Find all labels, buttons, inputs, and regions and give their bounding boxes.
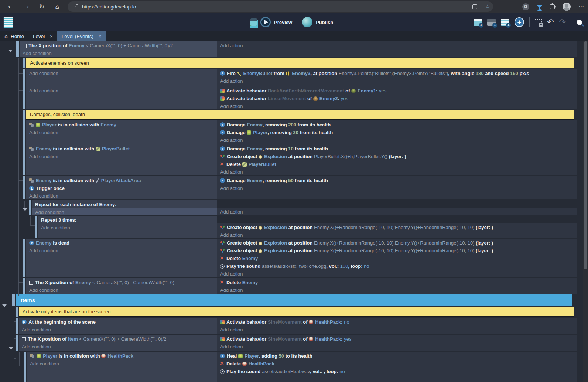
add-action-link[interactable]: Add action	[220, 137, 243, 143]
add-action-link[interactable]: Add action	[220, 185, 243, 191]
condition-line[interactable]: Enemy is in collision with PlayerBullet	[26, 145, 217, 153]
tab-close-icon[interactable]: ×	[48, 34, 53, 39]
split-screen-icon[interactable]	[472, 4, 477, 9]
action-line[interactable]: Damage Enemy, removing 10 from its healt…	[217, 145, 577, 153]
refresh-button[interactable]: ↻	[36, 1, 47, 12]
condition-line[interactable]: Add condition	[20, 50, 217, 57]
add-new-event-button[interactable]: +	[514, 17, 524, 27]
actions-cell[interactable]: Damage Enemy, removing 50 from its healt…	[217, 176, 577, 199]
g-extension-icon[interactable]: G	[522, 3, 529, 10]
event-drag-bar[interactable]	[23, 58, 25, 68]
conditions-cell[interactable]: Enemy is in collision with PlayerBulletA…	[26, 144, 217, 175]
action-line[interactable]: Add action	[217, 77, 577, 85]
add-action-link[interactable]: Add action	[220, 78, 243, 84]
publish-button[interactable]: Publish	[316, 20, 333, 25]
actions-cell[interactable]: Damage Enemy, removing 200 from its heal…	[217, 120, 577, 144]
conditions-cell[interactable]: Repeat for each instance of Enemy:Add co…	[32, 200, 217, 215]
add-favorite-icon[interactable]: ☆	[485, 3, 490, 10]
actions-cell[interactable]: Damage Enemy, removing 10 from its healt…	[217, 144, 577, 175]
add-condition-link[interactable]: Add condition	[22, 344, 51, 349]
add-condition-link[interactable]: Add condition	[41, 225, 70, 231]
condition-line[interactable]: Player is in collision with HealthPack	[27, 352, 217, 360]
conditions-cell[interactable]: Player is in collision with EnemyAdd con…	[26, 120, 217, 144]
add-comment-button[interactable]	[501, 19, 509, 26]
add-action-link[interactable]: Add action	[220, 209, 243, 215]
event-drag-bar[interactable]	[23, 86, 25, 109]
condition-line[interactable]: Add condition	[26, 129, 217, 136]
event-drag-bar[interactable]	[16, 41, 19, 57]
actions-cell[interactable]: Add action	[217, 208, 577, 215]
action-line[interactable]: Damage Player, removing 20 from its heal…	[217, 129, 577, 136]
add-action-link[interactable]: Add action	[220, 232, 243, 238]
event-drag-bar[interactable]	[16, 307, 18, 317]
condition-line[interactable]: At the beginning of the scene	[19, 318, 217, 326]
event-drag-bar[interactable]	[16, 335, 18, 351]
actions-cell[interactable]: Add action	[217, 41, 577, 57]
event-drag-bar[interactable]	[23, 278, 25, 294]
action-line[interactable]: Activate behavior BackAndForthMirroredMo…	[217, 87, 577, 95]
add-action-link[interactable]: Add action	[220, 271, 243, 277]
address-bar[interactable]: https://editor.gdevelop.io ☆	[68, 1, 493, 12]
avatar[interactable]	[563, 3, 571, 11]
event-drag-bar[interactable]	[23, 239, 25, 277]
action-line[interactable]: Create object Explosion at position Play…	[217, 153, 577, 160]
tab-level-events[interactable]: Level (Events) ×	[57, 31, 106, 41]
action-line[interactable]: Play the sound assets/audio/Heal.wav, vo…	[217, 368, 577, 375]
action-line[interactable]: Delete HealthPack	[217, 360, 577, 368]
action-line[interactable]: Add action	[217, 136, 577, 144]
tab-home[interactable]: ⌂ Home	[0, 31, 28, 41]
action-line[interactable]: Add action	[217, 231, 577, 238]
action-line[interactable]: Delete PlayerBullet	[217, 160, 577, 168]
condition-line[interactable]: Player is in collision with Enemy	[26, 121, 217, 129]
action-line[interactable]: Add action	[217, 343, 577, 351]
comment-row[interactable]: Damages, collision, death	[26, 110, 574, 120]
group-row[interactable]: Items	[16, 294, 572, 306]
action-line[interactable]: Create object Explosion at position Enem…	[217, 224, 577, 231]
condition-line[interactable]: The X position of Enemy < CameraX("", 0)…	[26, 279, 217, 286]
redo-button[interactable]: ↷	[559, 18, 566, 26]
add-action-link[interactable]: Add action	[220, 344, 243, 349]
action-line[interactable]: Add action	[217, 270, 577, 277]
tab-close-icon[interactable]: ×	[96, 34, 102, 39]
conditions-cell[interactable]: At the beginning of the sceneAdd conditi…	[19, 318, 217, 334]
event-drag-bar[interactable]	[24, 352, 26, 382]
publish-icon[interactable]	[302, 17, 312, 27]
actions-cell[interactable]: Activate behavior SineMovement of Health…	[217, 335, 577, 351]
add-subevent-button[interactable]	[487, 19, 496, 26]
action-line[interactable]: Heal Player, adding 50 to its health	[217, 352, 577, 360]
add-action-link[interactable]: Add action	[220, 287, 243, 293]
disclosure-triangle[interactable]	[23, 208, 27, 211]
actions-cell[interactable]: Activate behavior SineMovement of Health…	[217, 318, 577, 334]
condition-line[interactable]: Add condition	[27, 360, 217, 368]
event-drag-bar[interactable]	[29, 200, 31, 215]
condition-line[interactable]: Trigger once	[26, 184, 217, 192]
disclosure-triangle[interactable]	[9, 347, 13, 350]
project-manager-button[interactable]	[3, 17, 13, 28]
extensions-icon[interactable]	[550, 4, 555, 9]
home-button[interactable]: ⌂	[52, 1, 63, 12]
event-drag-bar[interactable]	[23, 144, 25, 175]
add-action-link[interactable]: Add action	[220, 103, 243, 109]
action-line[interactable]: Create object Explosion at position Enem…	[217, 239, 577, 247]
condition-line[interactable]: Add condition	[26, 247, 217, 255]
select-instructions-icon[interactable]	[535, 19, 542, 25]
actions-cell[interactable]: Delete EnemyAdd action	[217, 278, 577, 294]
action-line[interactable]: Activate behavior SineMovement of Health…	[217, 335, 577, 343]
add-condition-link[interactable]: Add condition	[29, 287, 58, 293]
debug-icon[interactable]	[250, 18, 257, 26]
action-line[interactable]: Add action	[217, 286, 577, 294]
action-line[interactable]: Fire EnemyBullet from Enemy3, at positio…	[217, 69, 577, 77]
conditions-cell[interactable]: The X position of Item < CameraX("", 0) …	[19, 335, 217, 351]
action-line[interactable]: Add action	[217, 102, 577, 109]
condition-line[interactable]: Add condition	[19, 326, 217, 334]
conditions-cell[interactable]: Add condition	[26, 86, 217, 109]
add-condition-link[interactable]: Add condition	[29, 248, 58, 253]
tab-level[interactable]: Level ×	[28, 31, 57, 41]
preview-play-icon[interactable]	[260, 17, 271, 27]
condition-line[interactable]: The X position of Item < CameraX("", 0) …	[19, 335, 217, 343]
preview-button[interactable]: Preview	[274, 20, 292, 25]
action-line[interactable]: Damage Enemy, removing 200 from its heal…	[217, 121, 577, 129]
conditions-cell[interactable]: The X position of Enemy < CameraX("", 0)…	[26, 278, 217, 294]
condition-line[interactable]: Enemy is dead	[26, 239, 217, 247]
actions-cell[interactable]: Create object Explosion at position Enem…	[217, 239, 577, 277]
